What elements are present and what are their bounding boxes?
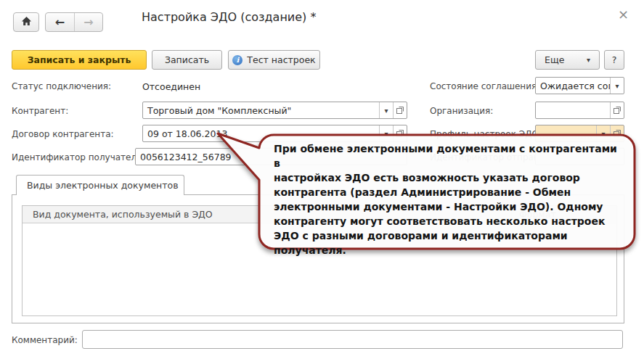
- contract-value: 09 от 18.06.2013: [143, 125, 379, 141]
- close-icon[interactable]: ×: [618, 8, 629, 21]
- document-kinds-table[interactable]: Вид документа, используемый в ЭДО Формат: [22, 205, 617, 316]
- recipient-id-value: 0056123412_56789: [136, 149, 407, 165]
- forward-button[interactable]: →: [74, 13, 102, 31]
- recipient-id-field[interactable]: 0056123412_56789: [135, 148, 407, 165]
- column-header-document-kind[interactable]: Вид документа, используемый в ЭДО: [23, 209, 511, 220]
- help-button[interactable]: ?: [604, 50, 624, 70]
- recipient-id-label: Идентификатор получателя:: [12, 152, 144, 162]
- agreement-state-label: Состояние соглашения:: [430, 81, 539, 91]
- contract-field[interactable]: 09 от 18.06.2013 ▾: [142, 125, 407, 142]
- counterparty-field[interactable]: Торговый дом "Комплексный" ▾: [142, 102, 407, 119]
- edo-profile-dropdown-button[interactable]: ▾: [596, 125, 610, 141]
- save-label: Записать: [165, 54, 209, 65]
- home-icon: [21, 16, 32, 28]
- tab-label: Виды электронных документов: [27, 180, 179, 191]
- help-label: ?: [612, 54, 617, 65]
- comment-field[interactable]: [82, 330, 623, 349]
- agreement-state-select[interactable]: Ожидается согл ▾: [535, 77, 624, 94]
- counterparty-open-button[interactable]: [393, 102, 407, 118]
- edo-settings-window: ← → Настройка ЭДО (создание) * × Записат…: [0, 0, 644, 359]
- contract-open-button[interactable]: [393, 125, 407, 141]
- home-button[interactable]: [13, 12, 39, 32]
- organization-field[interactable]: [535, 102, 624, 119]
- edo-profile-value: [536, 125, 596, 141]
- open-icon: [613, 106, 621, 115]
- connection-status-label: Статус подключения:: [12, 81, 111, 91]
- table-header-row: Вид документа, используемый в ЭДО Формат: [23, 206, 616, 223]
- organization-open-button[interactable]: [610, 102, 624, 118]
- organization-label: Организация:: [430, 106, 493, 116]
- counterparty-label: Контрагент:: [12, 106, 68, 116]
- test-settings-button[interactable]: i Тест настроек: [228, 50, 320, 70]
- open-icon: [396, 106, 404, 115]
- comment-value: [83, 331, 622, 348]
- edo-profile-field[interactable]: ▾: [535, 125, 624, 142]
- chevron-down-icon: ▾: [384, 130, 388, 138]
- contract-label: Договор контрагента:: [12, 129, 114, 139]
- info-icon: i: [232, 55, 242, 65]
- organization-value: [536, 102, 610, 118]
- agreement-dropdown-button[interactable]: ▾: [610, 78, 624, 94]
- save-button[interactable]: Записать: [152, 50, 222, 70]
- test-settings-label: Тест настроек: [247, 54, 315, 65]
- column-header-format[interactable]: Формат: [511, 206, 616, 223]
- counterparty-value: Торговый дом "Комплексный": [143, 102, 379, 118]
- history-nav: ← →: [45, 12, 103, 32]
- chevron-down-icon: ▾: [384, 107, 388, 115]
- chevron-down-icon: ▾: [601, 130, 605, 138]
- chevron-down-icon: ▾: [615, 82, 619, 90]
- open-icon: [613, 129, 621, 138]
- sender-id-field[interactable]: [535, 148, 624, 165]
- tab-electronic-document-kinds[interactable]: Виды электронных документов: [16, 175, 184, 195]
- edo-profile-open-button[interactable]: [610, 125, 624, 141]
- back-button[interactable]: ←: [46, 13, 74, 31]
- sender-id-value: [536, 149, 624, 165]
- back-arrow-icon: ←: [55, 15, 65, 29]
- chevron-down-icon: ▾: [587, 56, 590, 64]
- forward-arrow-icon: →: [83, 15, 93, 29]
- agreement-state-value: Ожидается согл: [536, 78, 610, 94]
- save-close-button[interactable]: Записать и закрыть: [12, 50, 147, 70]
- connection-status-value: Отсоединен: [142, 81, 200, 92]
- more-button[interactable]: Еще ▾: [535, 50, 600, 70]
- edo-profile-label: Профиль настроек ЭДО:: [430, 129, 542, 139]
- page-title: Настройка ЭДО (создание) *: [142, 10, 316, 24]
- save-close-label: Записать и закрыть: [28, 54, 131, 65]
- contract-dropdown-button[interactable]: ▾: [379, 125, 393, 141]
- more-label: Еще: [545, 54, 564, 65]
- comment-label: Комментарий:: [12, 335, 78, 345]
- counterparty-dropdown-button[interactable]: ▾: [379, 102, 393, 118]
- open-icon: [396, 129, 404, 138]
